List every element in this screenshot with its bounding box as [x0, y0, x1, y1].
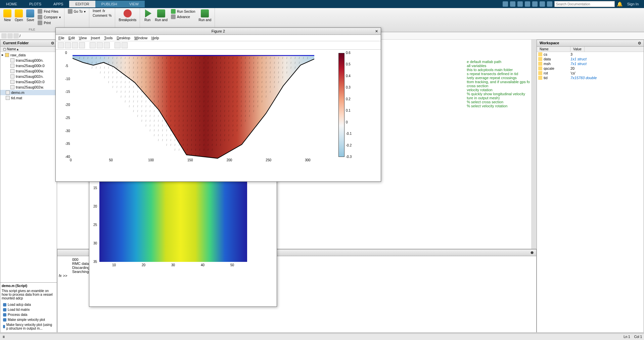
svg-line-138: [150, 115, 150, 117]
svg-line-141: [150, 129, 150, 131]
svg-line-194: [162, 139, 163, 141]
file-item[interactable]: trans25aug002n.: [0, 74, 57, 79]
svg-line-31: [112, 76, 113, 78]
file-item[interactable]: trans25aug000w.: [0, 68, 57, 74]
cf-name-column[interactable]: ▢ Name ▴: [3, 47, 18, 51]
comment-button[interactable]: Comment %: [91, 13, 113, 18]
figure-2-window[interactable]: Figure 2 ✕ FileEditViewInsertToolsDeskto…: [55, 27, 381, 182]
open-button[interactable]: Open: [13, 9, 24, 25]
tab-apps[interactable]: APPS: [47, 1, 69, 7]
file-list: ▸ raw_datatrans25aug000n.trans25aug000r.…: [0, 52, 57, 282]
breakpoints-button[interactable]: Breakpoints: [117, 9, 138, 22]
fig-print-icon[interactable]: [79, 42, 85, 48]
fig-new-icon[interactable]: [58, 42, 64, 48]
run-section-button[interactable]: Run Section: [170, 9, 196, 14]
cut-icon[interactable]: [510, 1, 515, 7]
tab-plots[interactable]: PLOTS: [23, 1, 47, 7]
help-icon[interactable]: [540, 1, 545, 7]
svg-line-80: [133, 96, 134, 98]
tab-home[interactable]: HOME: [0, 1, 23, 7]
tab-publish[interactable]: PUBLISH: [95, 1, 123, 7]
svg-line-107: [142, 105, 142, 107]
file-item[interactable]: trans25aug002r.0: [0, 79, 57, 84]
figure-2-close-icon[interactable]: ✕: [375, 29, 378, 34]
folder-item[interactable]: ▸ raw_data: [0, 52, 57, 58]
svg-line-59: [125, 96, 125, 98]
print-button[interactable]: Print: [36, 20, 62, 25]
svg-line-158: [154, 134, 154, 136]
section-link[interactable]: Load tid matrix: [2, 307, 55, 312]
path-text[interactable]: /: [19, 34, 20, 38]
svg-line-70: [129, 100, 130, 102]
undo-icon[interactable]: [532, 1, 538, 7]
search-docs-input[interactable]: [554, 1, 615, 7]
up-arrow-icon[interactable]: [13, 33, 19, 39]
run-time-button[interactable]: Run and: [197, 9, 213, 22]
svg-line-105: [142, 96, 142, 98]
section-link[interactable]: Process data: [2, 312, 55, 317]
fig-pointer-icon[interactable]: [114, 42, 121, 48]
workspace-variable[interactable]: cs3: [537, 52, 644, 57]
paste-icon[interactable]: [525, 1, 530, 7]
prefs-icon[interactable]: [547, 1, 552, 7]
ws-value-column[interactable]: Value: [570, 47, 585, 52]
advance-button[interactable]: Advance: [170, 14, 196, 19]
section-link[interactable]: Load adcp data: [2, 302, 55, 307]
run-button[interactable]: Run: [142, 9, 153, 22]
fig-save-icon[interactable]: [72, 42, 78, 48]
insert-button[interactable]: Insert fx: [91, 9, 113, 13]
figure-menu-tools[interactable]: Tools: [104, 36, 113, 40]
section-link[interactable]: Make simple velocity plot: [2, 317, 55, 322]
back-arrow-icon[interactable]: [1, 33, 7, 39]
section-link[interactable]: Make fancy velocity plot (using p struct…: [2, 322, 55, 331]
fig-rotate-icon[interactable]: [104, 42, 110, 48]
figure-menu-edit[interactable]: Edit: [68, 36, 75, 40]
notification-icon[interactable]: 🔔: [617, 1, 623, 7]
copy-icon[interactable]: [517, 1, 523, 7]
new-button[interactable]: New: [2, 9, 13, 25]
command-prompt[interactable]: >>: [63, 274, 67, 278]
editor-scrollbar[interactable]: [531, 40, 537, 249]
workspace-variable[interactable]: data1x1 struct: [537, 57, 644, 61]
fig-zoom-icon[interactable]: [90, 42, 96, 48]
find-files-button[interactable]: Find Files: [36, 9, 62, 14]
figure-menu-bar: FileEditViewInsertToolsDesktopWindowHelp: [56, 35, 381, 41]
file-item[interactable]: trans25aug000n.: [0, 58, 57, 63]
cmd-close-icon[interactable]: ⊗: [531, 250, 534, 255]
workspace-variable[interactable]: msh7x1 struct: [537, 61, 644, 66]
figure-menu-view[interactable]: View: [79, 36, 87, 40]
cf-dropdown-icon[interactable]: ⊙: [51, 41, 54, 45]
fig-pan-icon[interactable]: [97, 42, 103, 48]
run-advance-button[interactable]: Run and: [153, 9, 169, 22]
file-item[interactable]: trans25aug002w.: [0, 84, 57, 90]
figure-menu-insert[interactable]: Insert: [91, 36, 100, 40]
compare-button[interactable]: Compare ▾: [36, 14, 62, 20]
save-button[interactable]: Save: [25, 9, 36, 25]
save-quick-icon[interactable]: [503, 1, 508, 7]
svg-line-137: [150, 110, 150, 112]
workspace-variable[interactable]: tid7x15783 double: [537, 75, 644, 80]
figure-menu-desktop[interactable]: Desktop: [117, 36, 130, 40]
fig-open-icon[interactable]: [65, 42, 71, 48]
tab-editor[interactable]: EDITOR: [69, 1, 95, 7]
file-item[interactable]: trans25aug000r.0: [0, 63, 57, 68]
current-folder-panel: Current Folder⊙ ▢ Name ▴ ▸ raw_datatrans…: [0, 40, 57, 333]
file-item[interactable]: demo.m: [0, 90, 57, 95]
tab-view[interactable]: VIEW: [123, 1, 145, 7]
svg-line-41: [117, 91, 117, 93]
file-item[interactable]: tid.mat: [0, 95, 57, 101]
goto-button[interactable]: Go To ▾: [66, 9, 87, 14]
figure-menu-help[interactable]: Help: [151, 36, 159, 40]
colorbar: 0.60.50.40.30.20.10-0.1-0.2-0.3: [338, 53, 344, 157]
figure-menu-window[interactable]: Window: [134, 36, 147, 40]
fig-datacursor-icon[interactable]: [122, 42, 128, 48]
ws-name-column[interactable]: Name: [537, 47, 570, 52]
sign-in-link[interactable]: Sign In: [625, 2, 641, 6]
workspace-variable[interactable]: rot'cs': [537, 71, 644, 75]
svg-line-192: [162, 129, 163, 131]
workspace-variable[interactable]: qscale20: [537, 66, 644, 71]
ws-dropdown-icon[interactable]: ⊙: [638, 41, 641, 45]
figure-menu-file[interactable]: File: [58, 36, 64, 40]
fwd-arrow-icon[interactable]: [7, 33, 13, 39]
svg-line-231: [171, 139, 171, 141]
